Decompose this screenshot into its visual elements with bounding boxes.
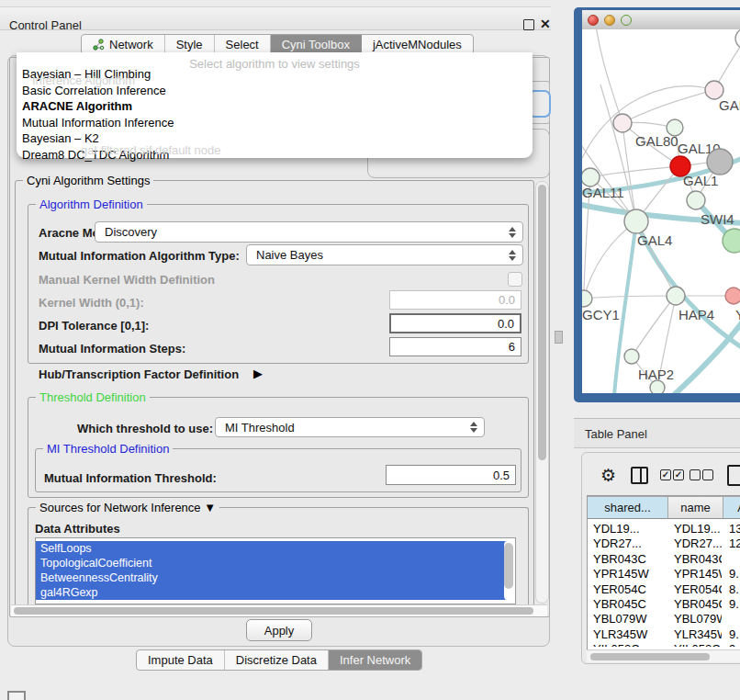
close-panel-icon[interactable]: ✕	[540, 17, 551, 31]
split-divider-handle[interactable]	[555, 331, 563, 344]
network-node-gal4[interactable]	[624, 209, 648, 233]
columns-icon[interactable]	[631, 467, 648, 484]
unchecked-checkbox-icon[interactable]	[702, 469, 713, 480]
tab-cyni-toolbox[interactable]: Cyni Toolbox	[271, 35, 362, 54]
table-cell[interactable]: 12	[729, 536, 740, 550]
table-cell[interactable]: 13	[729, 522, 740, 536]
table-cell[interactable]: YDL19...	[674, 522, 722, 536]
table-cell[interactable]: YBR045C	[674, 597, 722, 611]
manual-kernel-checkbox[interactable]	[508, 272, 522, 287]
tab-discretize-data[interactable]: Discretize Data	[225, 650, 329, 670]
settings-scrollbar[interactable]	[535, 181, 549, 604]
algorithm-option[interactable]: Mutual Information Inference	[20, 115, 527, 130]
network-node[interactable]	[650, 380, 665, 393]
table-cell[interactable]: 9.	[729, 567, 740, 581]
settings-scrollbar-thumb[interactable]	[538, 185, 546, 460]
attributes-scrollbar-thumb[interactable]	[504, 543, 513, 589]
network-node-y[interactable]	[725, 288, 740, 304]
table-cell[interactable]: YBL079W	[593, 612, 667, 626]
network-edge[interactable]	[600, 85, 636, 221]
mi-steps-field[interactable]: 6	[389, 337, 521, 356]
network-edge[interactable]	[622, 90, 714, 123]
network-node-gal10[interactable]	[667, 119, 683, 136]
network-edge[interactable]	[590, 166, 680, 177]
table-cell[interactable]: YPR145W	[593, 567, 667, 581]
network-node-hap2[interactable]	[624, 349, 639, 364]
checked-checkbox-icon[interactable]: ✓	[673, 469, 684, 480]
attribute-item[interactable]: TopologicalCoefficient	[36, 556, 507, 570]
table-cell[interactable]: YER054C	[593, 582, 667, 596]
tab-network[interactable]: Network	[82, 35, 165, 54]
table-cell[interactable]: YBR043C	[674, 552, 722, 566]
network-window-titlebar[interactable]	[582, 10, 740, 30]
tab-select[interactable]: Select	[215, 35, 271, 54]
table-cell[interactable]: YBL079W	[674, 612, 722, 626]
network-node-gal80[interactable]	[613, 114, 632, 132]
close-traffic-light[interactable]	[588, 15, 599, 26]
table-cell[interactable]: YER054C	[674, 582, 722, 596]
sources-legend[interactable]: Sources for Network Inference ▼	[36, 501, 219, 514]
table-cell[interactable]: YIL052C	[593, 642, 667, 647]
unchecked-checkbox-icon[interactable]	[690, 469, 701, 480]
tab-jactivemnodules[interactable]: jActiveMNodules	[362, 35, 473, 54]
table-cell[interactable]: 9.	[729, 642, 740, 647]
network-edge[interactable]	[674, 322, 740, 393]
attribute-item[interactable]: SelfLoops	[36, 541, 507, 556]
table-hscrollbar[interactable]	[587, 649, 740, 662]
zoom-traffic-light[interactable]	[621, 15, 632, 26]
network-node-gal11[interactable]	[582, 168, 600, 186]
network-node-gcy1[interactable]	[582, 290, 592, 307]
settings-hscrollbar-thumb[interactable]	[14, 607, 533, 615]
attribute-item[interactable]: gal4RGexp	[36, 585, 507, 600]
table-cell[interactable]: YLR345W	[593, 627, 667, 641]
table-cell[interactable]: YDL19...	[593, 522, 667, 536]
table-cell[interactable]: 8.	[729, 582, 740, 596]
page-icon[interactable]	[727, 465, 740, 486]
collapse-down-icon[interactable]: ▼	[204, 501, 216, 514]
settings-hscrollbar[interactable]	[11, 604, 547, 616]
column-header-name[interactable]: name	[668, 496, 723, 519]
attribute-item[interactable]: BetweennessCentrality	[36, 570, 507, 585]
network-node-gal[interactable]	[705, 81, 723, 99]
kernel-width-field[interactable]: 0.0	[389, 290, 521, 310]
table-cell[interactable]: YPR145W	[674, 567, 722, 581]
mi-type-combo[interactable]: Naive Bayes	[246, 244, 523, 265]
float-window-icon[interactable]	[523, 19, 534, 30]
algorithm-option[interactable]: ARACNE Algorithm	[20, 98, 527, 114]
aracne-mode-combo[interactable]: Discovery	[95, 221, 523, 243]
mi-threshold-field[interactable]: 0.5	[386, 465, 516, 485]
which-threshold-combo[interactable]: MI Threshold	[215, 417, 485, 437]
network-canvas[interactable]: GALGAL80GAL10GAL1GAL11SWI4GAL4GCY1HAP4YH…	[582, 29, 740, 393]
data-attributes-list[interactable]: SelfLoopsTopologicalCoefficientBetweenne…	[35, 537, 516, 604]
table-cell[interactable]: 9.	[729, 597, 740, 611]
tab-style[interactable]: Style	[165, 35, 215, 54]
column-header-A[interactable]: A	[723, 496, 740, 519]
table-cell[interactable]: YBR045C	[593, 597, 667, 611]
network-node[interactable]	[707, 149, 733, 175]
network-node-hap4[interactable]	[667, 287, 685, 305]
table-cell[interactable]: YDR27...	[593, 536, 667, 550]
column-header-shared...[interactable]: shared...	[588, 496, 668, 519]
expand-right-icon[interactable]: ▶	[253, 367, 263, 380]
network-edge[interactable]	[596, 29, 622, 123]
network-edge[interactable]	[584, 296, 676, 299]
checked-checkbox-icon[interactable]: ✓	[660, 469, 671, 480]
attributes-scrollbar[interactable]	[504, 540, 513, 601]
table-hscrollbar-thumb[interactable]	[590, 653, 710, 660]
network-graph[interactable]: GALGAL80GAL10GAL1GAL11SWI4GAL4GCY1HAP4YH…	[582, 29, 740, 393]
table-cell[interactable]: YBR043C	[593, 552, 667, 566]
tab-impute-data[interactable]: Impute Data	[137, 650, 225, 670]
network-node[interactable]	[735, 29, 740, 49]
dpi-tolerance-field[interactable]: 0.0	[389, 313, 521, 333]
gear-icon[interactable]: ⚙	[600, 465, 616, 486]
tab-infer-network[interactable]: Infer Network	[329, 650, 421, 670]
table-cell[interactable]: YIL052C	[674, 642, 722, 647]
network-node-swi4[interactable]	[687, 191, 705, 209]
collapsed-panel-icon[interactable]	[7, 691, 26, 700]
table-cell[interactable]: YLR345W	[674, 627, 722, 641]
hub-definition-label[interactable]: Hub/Transcription Factor Definition	[39, 367, 239, 381]
minimize-traffic-light[interactable]	[604, 15, 615, 26]
table-cell[interactable]: YDR27...	[674, 536, 722, 550]
network-node[interactable]	[723, 229, 740, 253]
apply-button[interactable]: Apply	[246, 619, 312, 641]
